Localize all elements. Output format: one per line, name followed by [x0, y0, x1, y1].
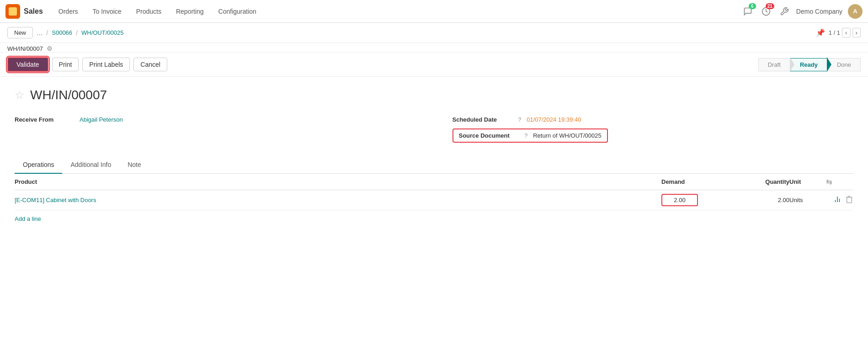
receive-from-value[interactable]: Abigail Peterson [80, 116, 123, 123]
pin-icon[interactable]: 📌 [816, 28, 825, 37]
record-sub-name: WH/IN/00007 [7, 45, 43, 52]
col-product: Product [15, 178, 661, 185]
app-logo [5, 4, 20, 19]
settings-gear-icon[interactable]: ⚙ [47, 45, 53, 52]
breadcrumb-s00066[interactable]: S00066 [52, 29, 72, 36]
tab-operations[interactable]: Operations [15, 156, 62, 174]
action-bar: Validate Print Print Labels Cancel Draft… [0, 53, 868, 77]
scheduled-date-help-icon[interactable]: ? [518, 117, 522, 123]
tab-note[interactable]: Note [119, 156, 149, 174]
new-button[interactable]: New [7, 27, 33, 38]
prev-page-button[interactable]: ‹ [842, 28, 850, 37]
scheduled-date-row: Scheduled Date ? 01/07/2024 19:39:40 [453, 113, 854, 126]
nav-to-invoice[interactable]: To Invoice [86, 5, 128, 18]
source-doc-help-icon[interactable]: ? [525, 133, 528, 139]
unit-cell: Units [789, 197, 826, 203]
col-unit: Unit [789, 178, 826, 185]
form-left: Receive From Abigail Peterson [15, 113, 434, 145]
row-icons [826, 195, 853, 205]
record-title-row: ☆ WH/IN/00007 [15, 88, 853, 102]
nav-configuration[interactable]: Configuration [212, 5, 263, 18]
scheduled-date-value[interactable]: 01/07/2024 19:39:40 [527, 116, 581, 123]
add-line-row: Add a line [15, 210, 853, 227]
transfer-arrows-icon[interactable]: ⇆ [826, 178, 832, 186]
source-document-label: Source Document [459, 132, 518, 139]
user-avatar[interactable]: A [848, 4, 863, 19]
source-doc-box: Source Document ? Return of WH/OUT/00025 [453, 128, 608, 143]
source-document-row: Source Document ? Return of WH/OUT/00025 [453, 126, 854, 145]
top-navbar: Sales Orders To Invoice Products Reporti… [0, 0, 868, 23]
favorite-star-icon[interactable]: ☆ [15, 89, 25, 102]
next-page-button[interactable]: › [852, 28, 861, 37]
table-area: Product Demand Quantity Unit ⇆ [E-COM11]… [15, 174, 853, 227]
topnav-right: 6 21 Demo Company A [741, 4, 863, 19]
breadcrumb-right: 📌 1 / 1 ‹ › [816, 28, 861, 37]
record-name-row: WH/IN/00007 ⚙ [0, 43, 868, 53]
app-brand: Sales [24, 7, 43, 16]
demand-value[interactable]: 2.00 [661, 194, 698, 206]
demand-cell: 2.00 [661, 194, 735, 206]
page-info: 1 / 1 [829, 29, 840, 36]
receive-from-label: Receive From [15, 116, 74, 123]
col-quantity: Quantity [735, 178, 789, 185]
table-header: Product Demand Quantity Unit ⇆ [15, 174, 853, 190]
messages-icon[interactable]: 6 [741, 5, 754, 18]
receive-from-row: Receive From Abigail Peterson [15, 113, 434, 126]
tabs: Operations Additional Info Note [15, 156, 853, 174]
breadcrumb-dots[interactable]: ... [37, 29, 43, 37]
status-done[interactable]: Done [827, 58, 861, 71]
record-title: WH/IN/00007 [30, 88, 107, 102]
wrench-icon[interactable] [778, 5, 791, 18]
table-row: [E-COM11] Cabinet with Doors 2.00 2.00 U… [15, 190, 853, 210]
status-ready[interactable]: Ready [790, 58, 827, 71]
tab-additional-info[interactable]: Additional Info [62, 156, 119, 174]
form-right: Scheduled Date ? 01/07/2024 19:39:40 Sou… [434, 113, 854, 145]
add-line-button[interactable]: Add a line [15, 215, 41, 222]
col-demand: Demand [661, 178, 735, 185]
page-nav: 1 / 1 ‹ › [829, 28, 861, 37]
main-content: ☆ WH/IN/00007 Receive From Abigail Peter… [0, 77, 868, 238]
nav-items: Orders To Invoice Products Reporting Con… [52, 5, 741, 18]
col-actions: ⇆ [826, 177, 853, 186]
cancel-button[interactable]: Cancel [133, 58, 167, 71]
nav-products[interactable]: Products [130, 5, 168, 18]
validate-button[interactable]: Validate [7, 57, 48, 72]
delete-row-icon[interactable] [845, 195, 853, 205]
form-fields: Receive From Abigail Peterson Scheduled … [15, 113, 853, 145]
breadcrumb-bar: New ... / S00066 / WH/OUT/00025 📌 1 / 1 … [0, 23, 868, 43]
source-document-value[interactable]: Return of WH/OUT/00025 [533, 132, 602, 139]
status-draft[interactable]: Draft [758, 58, 790, 71]
scheduled-date-label: Scheduled Date [453, 116, 512, 123]
tasks-icon[interactable]: 21 [760, 5, 772, 18]
breadcrumb-whout[interactable]: WH/OUT/00025 [81, 29, 123, 36]
print-button[interactable]: Print [52, 58, 79, 71]
company-name: Demo Company [796, 8, 842, 15]
nav-orders[interactable]: Orders [52, 5, 85, 18]
nav-reporting[interactable]: Reporting [170, 5, 210, 18]
product-cell[interactable]: [E-COM11] Cabinet with Doors [15, 197, 661, 203]
print-labels-button[interactable]: Print Labels [82, 58, 130, 71]
status-bar: Draft Ready Done [758, 58, 861, 71]
chart-icon[interactable] [833, 195, 841, 205]
quantity-cell[interactable]: 2.00 [735, 197, 789, 203]
